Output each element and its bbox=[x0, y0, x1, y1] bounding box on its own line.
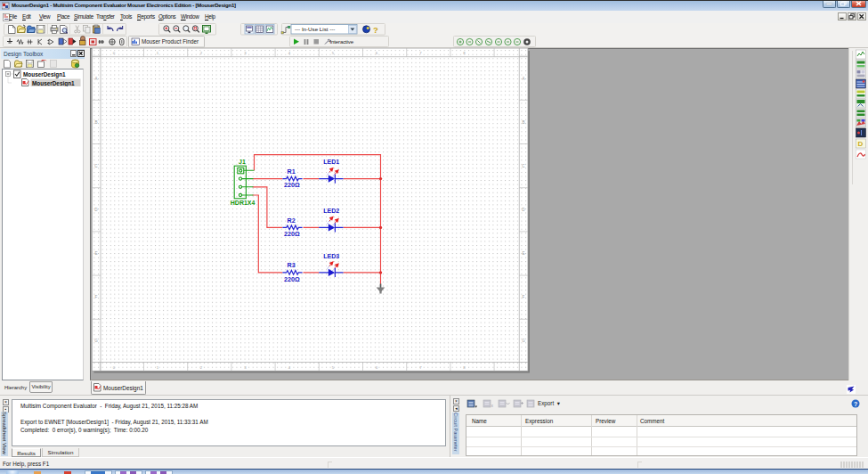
svg-text:--- In-Use List ---: --- In-Use List --- bbox=[295, 26, 335, 32]
svg-text:220Ω: 220Ω bbox=[284, 275, 300, 283]
svg-text:LED1: LED1 bbox=[323, 159, 339, 165]
svg-text:Mouser Product Finder: Mouser Product Finder bbox=[142, 38, 199, 45]
svg-text:LED2: LED2 bbox=[323, 208, 339, 214]
svg-text:J1: J1 bbox=[239, 159, 246, 165]
svg-text:LED3: LED3 bbox=[323, 253, 339, 259]
svg-text:MouserDesign1: MouserDesign1 bbox=[23, 71, 66, 78]
svg-text:MouserDesign1: MouserDesign1 bbox=[32, 80, 75, 87]
svg-text:x: x bbox=[491, 403, 494, 408]
svg-text:220Ω: 220Ω bbox=[284, 181, 300, 189]
svg-text:?: ? bbox=[854, 401, 857, 407]
svg-text:D: D bbox=[858, 140, 864, 148]
svg-text:HDR1X4: HDR1X4 bbox=[231, 200, 256, 206]
svg-text:R2: R2 bbox=[288, 217, 296, 225]
svg-text:?: ? bbox=[373, 25, 378, 35]
svg-text:220Ω: 220Ω bbox=[284, 230, 300, 238]
svg-text:Interactive: Interactive bbox=[330, 38, 354, 45]
svg-text:R1: R1 bbox=[288, 168, 296, 176]
svg-text:R3: R3 bbox=[288, 261, 296, 269]
